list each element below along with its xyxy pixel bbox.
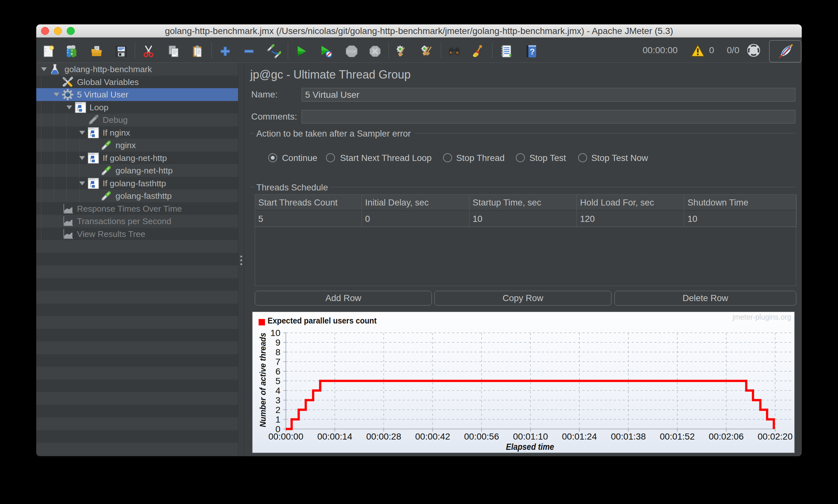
- svg-text:?: ?: [530, 47, 535, 56]
- svg-text:00:02:20: 00:02:20: [758, 432, 793, 442]
- svg-text:8: 8: [275, 347, 280, 357]
- svg-text:00:01:24: 00:01:24: [562, 432, 597, 442]
- svg-text:jmeter-plugins.org: jmeter-plugins.org: [732, 313, 791, 321]
- svg-text:00:01:10: 00:01:10: [513, 432, 548, 442]
- svg-text:Number of active threads: Number of active threads: [258, 332, 267, 427]
- svg-text:2: 2: [275, 405, 280, 415]
- svg-text:6: 6: [275, 366, 280, 376]
- svg-text:10: 10: [270, 328, 280, 338]
- svg-text:STOP: STOP: [347, 50, 356, 54]
- svg-text:00:00:56: 00:00:56: [464, 432, 499, 442]
- svg-text:Expected parallel users count: Expected parallel users count: [267, 316, 377, 325]
- svg-text:00:01:52: 00:01:52: [660, 432, 695, 442]
- svg-text:00:00:14: 00:00:14: [317, 432, 352, 442]
- svg-text:4: 4: [275, 386, 280, 396]
- svg-text:1: 1: [275, 415, 280, 425]
- svg-text:9: 9: [275, 338, 280, 347]
- svg-text:3: 3: [275, 395, 280, 405]
- svg-text:00:01:38: 00:01:38: [611, 432, 646, 442]
- svg-text:00:00:42: 00:00:42: [415, 432, 450, 442]
- svg-text:00:00:28: 00:00:28: [366, 432, 401, 442]
- svg-text:5: 5: [275, 376, 280, 386]
- svg-text:7: 7: [275, 357, 280, 367]
- svg-text:00:02:06: 00:02:06: [709, 432, 744, 442]
- svg-text:00:00:00: 00:00:00: [268, 432, 303, 442]
- svg-text:Elapsed time: Elapsed time: [506, 442, 554, 452]
